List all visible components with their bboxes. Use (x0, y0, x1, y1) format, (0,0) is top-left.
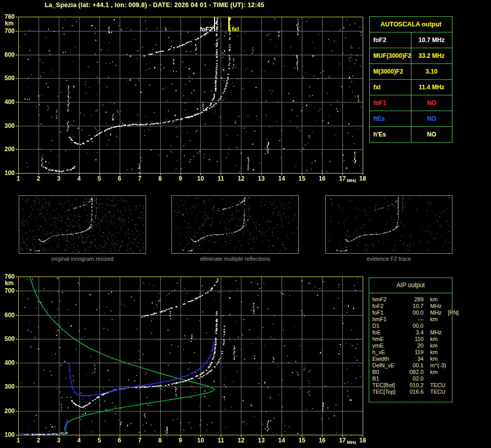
param-value: 00.0 (401, 309, 424, 316)
param-value: 11.4 MHz (411, 80, 452, 95)
param-unit (446, 369, 452, 375)
param-label: M(3000)F2 (370, 64, 411, 80)
table-row: foF210.7MHz (372, 303, 452, 309)
param-value: 082.0 (401, 369, 424, 375)
panel-eliminate-reflections (171, 195, 299, 254)
panel-original-ionogram (19, 195, 146, 254)
table-row: fxI11.4 MHz (370, 80, 452, 95)
param-value: NO (411, 111, 452, 127)
param-unit (446, 303, 452, 309)
panel-caption: original ionogram resized (19, 255, 146, 262)
param-unit (424, 323, 446, 329)
table-row: hmF2289km (372, 296, 452, 303)
param-value: 016.6 (401, 389, 424, 395)
param-unit: km (424, 369, 446, 375)
table-row: foF210.7 MHz (370, 32, 452, 48)
param-value: NO (411, 127, 452, 143)
param-unit (424, 375, 446, 382)
param-value: 33.2 MHz (411, 48, 452, 64)
aip-table-body: hmF2289kmfoF210.7MHzfoF100.0MHz[PN]hmF1-… (369, 293, 452, 395)
param-value: 3.10 (411, 64, 452, 80)
param-value: 010.2 (401, 382, 424, 389)
param-unit: TECU (424, 389, 446, 395)
param-value: 289 (401, 296, 424, 303)
param-unit (446, 349, 452, 356)
panel-evidence-f2 (325, 195, 452, 254)
param-unit (446, 323, 452, 329)
param-label: ymE (372, 342, 401, 349)
param-label: TEC[Bot] (372, 382, 401, 389)
station-title: La_Spezia (lat: +44.1 , lon: 009.8) - DA… (45, 2, 264, 9)
param-label: MUF(3000)F2 (370, 48, 411, 64)
param-unit (446, 362, 452, 369)
param-value: 10.7 MHz (411, 32, 452, 48)
autoscala-window: { "title": "La_Spezia (lat: +44.1 , lon:… (0, 0, 491, 448)
param-value: --- (401, 316, 424, 323)
param-unit (446, 329, 452, 336)
table-row: hmF1---km (372, 316, 452, 323)
param-value: 119 (401, 349, 424, 356)
panel-caption: eliminate multiple reflections (171, 255, 299, 262)
param-unit: km (424, 342, 446, 349)
param-label: h_vE (372, 349, 401, 356)
table-row: TEC[Bot]010.2TECU (372, 382, 452, 389)
param-label: fxI (370, 80, 411, 95)
param-label: hmE (372, 336, 401, 342)
table-row: h_vE119km (372, 349, 452, 356)
param-value: 20 (401, 342, 424, 349)
param-label: TEC[Top] (372, 389, 401, 395)
param-unit: MHz (424, 303, 446, 309)
table-row: D100.0 (372, 323, 452, 329)
table-row: hmE110km (372, 336, 452, 342)
table-row: MUF(3000)F233.2 MHz (370, 48, 452, 64)
autoscala-table-title: AUTOSCALA output (370, 17, 452, 32)
param-label: foF2 (370, 32, 411, 48)
param-unit: km (424, 356, 446, 362)
param-unit (446, 336, 452, 342)
table-row: foE3.4MHz (372, 329, 452, 336)
param-value: 00.0 (401, 323, 424, 329)
param-unit: km (424, 349, 446, 356)
table-row: foF100.0MHz[PN] (372, 309, 452, 316)
table-row: B0082.0km (372, 369, 452, 375)
param-label: hmF1 (372, 316, 401, 323)
param-unit: MHz (424, 309, 446, 316)
param-unit (446, 389, 452, 395)
param-label: D1 (372, 323, 401, 329)
param-value: 02.0 (401, 375, 424, 382)
param-label: B0 (372, 369, 401, 375)
param-unit (446, 296, 452, 303)
param-label: foF1 (372, 309, 401, 316)
aip-output-table: AIP output hmF2289kmfoF210.7MHzfoF100.0M… (369, 278, 452, 402)
autoscaled-ionogram-plot (0, 9, 368, 188)
table-row: Ewidth34km (372, 356, 452, 362)
param-value: NO (411, 95, 452, 111)
param-unit: TECU (424, 382, 446, 389)
autoscala-output-table: AUTOSCALA output foF210.7 MHz MUF(3000)F… (369, 16, 452, 143)
profile-ionogram-plot (0, 270, 368, 447)
table-row: h'EsNO (370, 127, 452, 143)
table-row: DelN_vE00.1m^(-3) (372, 362, 452, 369)
param-unit: m^(-3) (424, 362, 446, 369)
param-unit (446, 375, 452, 382)
param-unit (446, 356, 452, 362)
table-row: ftEsNO (370, 111, 452, 127)
param-unit: km (424, 336, 446, 342)
param-value: 10.7 (401, 303, 424, 309)
param-value: 110 (401, 336, 424, 342)
table-row: foF1NO (370, 95, 452, 111)
panel-caption: evidence F2 trace (325, 255, 452, 262)
param-label: h'Es (370, 127, 411, 143)
param-label: Ewidth (372, 356, 401, 362)
param-unit: [PN] (446, 309, 459, 316)
param-label: hmF2 (372, 296, 401, 303)
param-unit (446, 342, 452, 349)
table-row: TEC[Top]016.6TECU (372, 389, 452, 395)
aip-table-title: AIP output (369, 278, 452, 293)
param-unit (446, 382, 452, 389)
param-label: ftEs (370, 111, 411, 127)
param-value: 00.1 (401, 362, 424, 369)
param-label: DelN_vE (372, 362, 401, 369)
param-value: 3.4 (401, 329, 424, 336)
table-row: M(3000)F23.10 (370, 64, 452, 80)
